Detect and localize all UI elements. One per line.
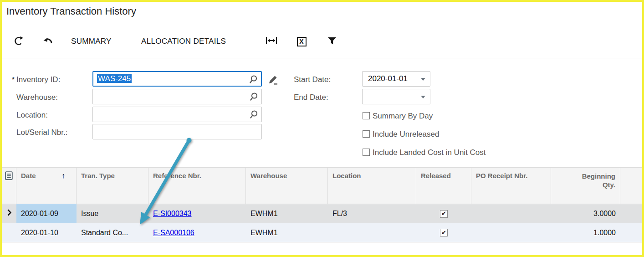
end-date-select[interactable] [362,89,430,104]
column-header-location[interactable]: Location [328,168,416,204]
fit-width-button[interactable] [266,36,277,47]
grid-settings-button[interactable] [2,168,16,204]
location-label: Location: [16,111,48,120]
cell-warehouse[interactable]: EWHM1 [246,223,328,242]
location-input[interactable] [92,107,262,122]
refresh-icon [14,36,24,48]
export-excel-button[interactable]: X [296,36,307,47]
cell-reference-nbr[interactable]: E-SI000343 [148,204,246,223]
include-unreleased-label: Include Unreleased [373,130,439,139]
include-landed-cost-checkbox[interactable] [363,149,370,156]
chevron-down-icon [421,78,425,81]
row-selector [2,204,16,223]
include-unreleased-checkbox[interactable] [363,130,370,138]
cell-date[interactable]: 2020-01-10 [16,223,77,242]
refresh-button[interactable] [13,36,25,47]
reference-link[interactable]: E-SA000106 [153,229,194,236]
cell-location[interactable]: FL/3 [328,204,416,223]
summary-by-day-checkbox[interactable] [363,112,370,119]
grid-header-row: Date ↑ Tran. Type Reference Nbr. Warehou… [2,167,642,204]
pencil-icon [267,79,279,87]
table-row[interactable]: 2020-01-09 Issue E-SI000343 EWHM1 FL/3 ✔… [2,204,642,223]
cell-warehouse[interactable]: EWHM1 [246,204,328,223]
column-header-reference-nbr[interactable]: Reference Nbr. [148,168,246,204]
cell-location[interactable] [328,223,416,242]
table-row[interactable]: 2020-01-10 Standard Co... E-SA000106 EWH… [2,223,642,242]
undo-icon [42,36,54,47]
cell-date[interactable]: 2020-01-09 [16,204,77,223]
export-excel-icon: X [297,37,307,46]
toolbar-divider [2,58,642,58]
cell-po-receipt[interactable] [471,204,551,223]
search-icon[interactable] [249,110,258,125]
chevron-down-icon [421,96,425,98]
cell-beginning-qty[interactable]: 3.0000 [551,204,620,223]
allocation-details-button[interactable]: ALLOCATION DETAILS [141,37,226,46]
summary-button[interactable]: SUMMARY [71,37,112,46]
inventory-id-value: WAS-245 [97,74,132,83]
sort-ascending-icon: ↑ [61,172,65,204]
cell-po-receipt[interactable] [471,223,551,242]
start-date-select[interactable]: 2020-01-01 [362,71,430,87]
edit-inventory-button[interactable] [267,74,279,87]
include-landed-cost-label: Include Landed Cost in Unit Cost [373,148,486,157]
released-checkbox-checked[interactable]: ✔ [440,210,448,218]
column-header-date[interactable]: Date ↑ [16,168,77,204]
cell-tran-type[interactable]: Standard Co... [77,223,148,242]
transactions-grid: Date ↑ Tran. Type Reference Nbr. Warehou… [2,167,642,242]
column-header-released[interactable]: Released [416,168,471,204]
cell-tran-type[interactable]: Issue [77,204,148,223]
row-selector-chevron-icon [7,204,11,223]
cell-released[interactable]: ✔ [416,223,471,242]
required-marker: * [12,75,15,83]
cell-reference-nbr[interactable]: E-SA000106 [148,223,246,242]
column-header-tran-type[interactable]: Tran. Type [77,168,148,204]
summary-by-day-label: Summary By Day [373,112,433,121]
lot-serial-input[interactable] [92,124,262,139]
filter-settings-button[interactable] [326,36,338,47]
lot-serial-label: Lot/Serial Nbr.: [16,128,67,137]
grid-settings-icon [5,171,13,204]
search-icon[interactable] [249,75,258,89]
cancel-button[interactable] [42,36,54,47]
column-header-po-receipt-nbr[interactable]: PO Receipt Nbr. [471,168,551,204]
search-icon[interactable] [249,92,258,107]
row-selector [2,223,16,242]
fit-width-icon [266,36,277,47]
inventory-id-input[interactable]: WAS-245 [92,71,262,87]
column-header-warehouse[interactable]: Warehouse [246,168,328,204]
cell-beginning-qty[interactable]: 1.0000 [551,223,620,242]
warehouse-input[interactable] [92,89,262,104]
inventory-transaction-history-screen: Inventory Transaction History SUMMARY AL… [0,0,644,257]
warehouse-label: Warehouse: [16,93,58,102]
column-header-filler [620,168,642,204]
start-date-label: Start Date: [294,75,331,84]
released-checkbox-checked[interactable]: ✔ [440,229,448,236]
start-date-value: 2020-01-01 [368,74,408,83]
page-title: Inventory Transaction History [6,5,136,17]
cell-released[interactable]: ✔ [416,204,471,223]
column-header-beginning-qty[interactable]: Beginning Qty. [551,168,620,204]
inventory-id-label: Inventory ID: [16,75,60,84]
reference-link[interactable]: E-SI000343 [153,210,192,217]
end-date-label: End Date: [294,93,328,102]
filter-icon [327,36,337,47]
